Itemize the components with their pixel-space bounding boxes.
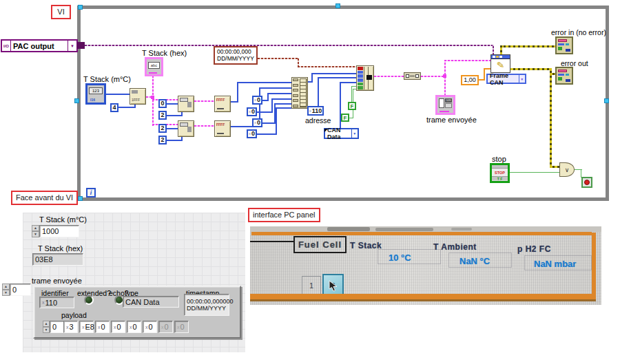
build-array-node[interactable]	[291, 77, 308, 109]
numeric-type-label: I16	[90, 98, 95, 102]
pc-panel-annotation-label: interface PC panel	[253, 211, 316, 219]
length-constant[interactable]: 4	[110, 103, 118, 112]
chevron-down-icon[interactable]: ▼	[68, 41, 76, 51]
can-write-node[interactable]: ✎	[490, 54, 510, 73]
loop-tunnel[interactable]	[77, 42, 85, 49]
hex-string-to-number-node[interactable]: FFFF	[214, 120, 231, 137]
byte-constant[interactable]: x0	[252, 96, 262, 105]
timestamp-field: 00:00:00,000000DD/MM/YYYY	[184, 294, 229, 316]
bundle-node[interactable]	[356, 65, 374, 91]
wire	[550, 68, 552, 167]
wire	[311, 73, 356, 74]
selection-handle[interactable]	[74, 98, 79, 103]
string-subset-node[interactable]	[178, 120, 194, 137]
type-cast-node[interactable]	[404, 72, 421, 80]
t-stack-photo-label: T Stack	[350, 241, 382, 250]
vi-annotation-label: VI	[57, 8, 64, 16]
wire	[351, 86, 352, 103]
labview-screenshot: VI Face avant du VI interface PC panel I…	[0, 0, 620, 364]
error-in-terminal[interactable]	[555, 36, 573, 54]
front-panel-annotation-label: Face avant du VI	[16, 193, 73, 202]
payload-byte-3: x0	[111, 321, 125, 333]
string-subset-node[interactable]	[178, 96, 194, 112]
byte-constant[interactable]: x0	[252, 118, 262, 127]
bundle-output-mark	[366, 75, 372, 80]
t-stack-mc-terminal[interactable]: 123 I16	[85, 83, 106, 105]
wire	[484, 68, 485, 81]
pac-output-label: PAC output	[11, 41, 68, 51]
subset2-offset-constant[interactable]: 2	[158, 124, 167, 133]
false-constant[interactable]: F	[341, 114, 349, 122]
adresse-label: adresse	[305, 116, 331, 125]
front-panel-annotation-box: Face avant du VI	[11, 191, 78, 205]
wire	[194, 125, 214, 127]
increment-icon: ▲	[32, 225, 39, 231]
wire	[493, 45, 494, 55]
pac-output-visa-control[interactable]: I/O PAC output ▼	[1, 39, 78, 52]
iteration-terminal[interactable]: i	[86, 188, 96, 197]
t-stack-mc-input[interactable]: 1000	[39, 225, 79, 237]
string-icon: abc	[148, 62, 160, 69]
wire	[262, 122, 276, 124]
wire	[351, 86, 356, 87]
t-stack-photo-value: 10 °C	[389, 253, 411, 263]
photo-bottom-edge	[250, 299, 596, 301]
payload-byte-2: x0	[95, 321, 110, 333]
subset2-length-constant[interactable]: 2	[158, 136, 167, 144]
wire	[256, 133, 277, 135]
subset1-length-constant[interactable]: 2	[158, 111, 167, 120]
t-stack-mc-spinner[interactable]: ▲▼	[32, 225, 39, 237]
byte-constant[interactable]: x0	[247, 129, 257, 138]
wire	[374, 76, 404, 77]
trame-index-input[interactable]: 0	[10, 283, 31, 296]
payload-label: payload	[61, 311, 87, 319]
false-constant[interactable]: F	[348, 102, 356, 110]
chevron-down-icon[interactable]: ▼	[351, 129, 358, 138]
wire-junction	[151, 96, 154, 99]
wire	[510, 68, 551, 70]
can-data-ring-constant[interactable]: CAN Data▼	[324, 128, 359, 139]
fuel-cell-tab: Fuel Cell	[293, 236, 347, 253]
node-glyph: FFFF	[216, 98, 225, 102]
subset1-offset-constant[interactable]: 0	[158, 99, 167, 108]
time-constant[interactable]: 00:00:00,000 DD/MM/YYYY	[214, 46, 258, 65]
wire	[500, 45, 502, 55]
number-to-hex-string-node[interactable]: 1FFF	[130, 88, 146, 105]
frame-can-ring[interactable]: Frame CAN▼	[486, 74, 526, 84]
identifier-field: x110	[39, 297, 74, 308]
selection-handle[interactable]	[604, 98, 609, 103]
timeout-constant[interactable]: 1,00	[461, 75, 479, 85]
hex-string-to-number-node[interactable]: FFFF	[214, 96, 231, 112]
wire	[444, 60, 446, 96]
trame-index-spinner[interactable]: ▲▼	[2, 283, 10, 296]
photo-orange-border	[251, 232, 592, 235]
fp-t-stack-mc-label: T Stack (m°C)	[39, 215, 87, 224]
trame-envoyee-terminal[interactable]: 123	[435, 95, 455, 115]
stop-button-terminal[interactable]: STOP T F	[490, 163, 510, 183]
error-out-terminal[interactable]	[555, 67, 573, 85]
payload-index-spinner[interactable]: ▲▼	[43, 321, 50, 333]
adresse-constant[interactable]: x110	[307, 106, 324, 116]
t-stack-hex-terminal[interactable]: abc	[145, 57, 163, 76]
tab-bar-line	[250, 241, 293, 242]
photo-blur-smudge	[375, 228, 433, 231]
selection-handle[interactable]	[78, 196, 83, 201]
time-constant-line1: 00:00:00,000	[217, 48, 254, 55]
selection-handle[interactable]	[335, 3, 340, 8]
wire	[276, 107, 291, 109]
extended-label: extended?	[77, 289, 111, 297]
stop-condition-icon	[584, 180, 590, 185]
wire	[194, 100, 214, 102]
wire	[271, 98, 273, 113]
chevron-down-icon[interactable]: ▼	[519, 75, 525, 83]
loop-condition-terminal[interactable]	[581, 177, 592, 188]
byte-constant[interactable]: x0	[247, 107, 257, 116]
t-ambient-photo-label: T Ambient	[433, 242, 477, 252]
vi-annotation-box: VI	[51, 5, 71, 19]
payload-byte-4: x0	[127, 321, 141, 333]
page-button-1: 1	[302, 276, 321, 295]
wire	[318, 77, 319, 107]
selection-handle[interactable]	[78, 5, 83, 10]
payload-byte-5: x0	[143, 321, 157, 333]
wire	[259, 87, 291, 89]
